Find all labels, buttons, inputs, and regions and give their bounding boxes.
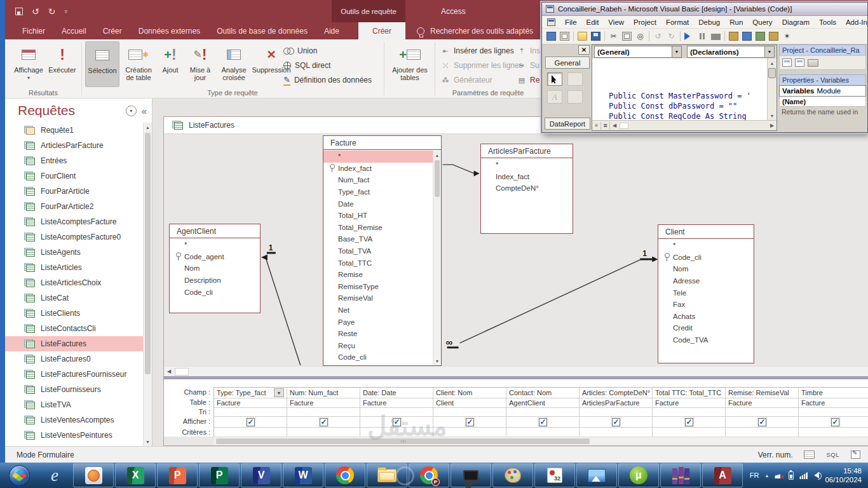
- table-cell[interactable]: Facture: [287, 398, 360, 408]
- Code_cli[interactable]: Code_cli: [658, 252, 754, 264]
- tri-cell[interactable]: [580, 408, 652, 417]
- table-title[interactable]: AgentClient: [170, 224, 260, 238]
- winrar-icon[interactable]: [660, 463, 701, 487]
- tri-cell[interactable]: [799, 408, 868, 417]
- vb-toolbox-icon[interactable]: [769, 32, 778, 41]
- table-cell[interactable]: Client: [433, 398, 506, 408]
- affichage-button[interactable]: Affichage▾: [11, 41, 46, 87]
- Reçu[interactable]: Reçu: [323, 340, 433, 352]
- mise-a-jour-button[interactable]: ✎! Mise à jour: [184, 41, 216, 87]
- champ-cell[interactable]: Type: Type_fact▼: [214, 388, 287, 398]
- table-title[interactable]: ArticlesParFacture: [481, 144, 573, 158]
- Reste[interactable]: Reste: [323, 328, 433, 340]
- undo-icon[interactable]: ↺: [32, 7, 39, 16]
- pointer-tool[interactable]: [547, 72, 562, 86]
- Description[interactable]: Description: [170, 274, 260, 287]
- Adresse[interactable]: Adresse: [658, 275, 754, 287]
- nav-scroll-thumb[interactable]: [145, 133, 151, 374]
- grid-hscroll-thumb[interactable]: [216, 438, 590, 444]
- show-checkbox[interactable]: [758, 418, 766, 426]
- vb-menu-item[interactable]: File: [565, 18, 577, 26]
- powerpoint-icon[interactable]: P: [157, 463, 198, 487]
- inserer-lignes-button[interactable]: ⇤ Insérer des lignes: [441, 44, 514, 57]
- vb-pause-icon[interactable]: [698, 32, 707, 41]
- criteres-cell[interactable]: [580, 428, 652, 437]
- photos-icon[interactable]: [576, 463, 617, 487]
- vb-save-icon[interactable]: [591, 32, 600, 41]
- full-module-view-icon[interactable]: ≣: [601, 122, 610, 130]
- signal-icon[interactable]: [799, 471, 808, 479]
- vb-menu-item[interactable]: Edit: [587, 18, 599, 26]
- tri-cell[interactable]: [360, 408, 433, 417]
- definition-donnees-button[interactable]: ✎ Définition des données: [283, 74, 372, 86]
- table-cell[interactable]: ArticlesParFacture: [580, 398, 652, 408]
- criteres-cell[interactable]: [214, 428, 287, 437]
- calendar-icon[interactable]: 32: [534, 463, 575, 487]
- vb-run-icon[interactable]: [684, 32, 694, 40]
- criteres-cell[interactable]: [360, 428, 433, 437]
- ribbon-tab[interactable]: Créer: [95, 22, 130, 39]
- criteres-cell[interactable]: [433, 428, 506, 437]
- chevron-down-icon[interactable]: ▼: [764, 46, 774, 57]
- Total_HT[interactable]: Total_HT: [323, 210, 433, 222]
- vb-add-project-icon[interactable]: [560, 32, 569, 41]
- access-icon[interactable]: A: [702, 463, 743, 487]
- inserer-colonnes-button[interactable]: ⇡ Ins: [517, 44, 540, 57]
- Tele[interactable]: Tele: [658, 287, 754, 299]
- properties-header[interactable]: Properties - Variables: [779, 74, 866, 85]
- query-list-item[interactable]: ListeContactsCli: [5, 321, 143, 336]
- code-vscrollbar[interactable]: ▲ ▼: [767, 58, 776, 120]
- scroll-thumb[interactable]: [768, 68, 776, 78]
- *[interactable]: *: [481, 159, 573, 171]
- scroll-left-icon[interactable]: ◀: [164, 367, 174, 377]
- criteres-cell[interactable]: [287, 428, 360, 437]
- scroll-up-icon[interactable]: ▲: [433, 151, 441, 159]
- Total_TTC[interactable]: Total_TTC: [323, 257, 433, 269]
- query-list-item[interactable]: ListeVentesAcomptes: [5, 412, 143, 428]
- Nom[interactable]: Nom: [658, 263, 754, 275]
- *[interactable]: *: [170, 239, 260, 251]
- Code_cli[interactable]: Code_cli: [323, 351, 433, 363]
- sql-direct-button[interactable]: SQL direct: [283, 59, 330, 72]
- afficher-cell[interactable]: [287, 417, 360, 428]
- show-checkbox[interactable]: [320, 418, 328, 426]
- picturebox-tool[interactable]: [567, 72, 583, 86]
- query-list-item[interactable]: Entrées: [5, 153, 143, 168]
- query-list-item[interactable]: ListeCat: [5, 290, 143, 306]
- vb-project-explorer-icon[interactable]: [729, 32, 738, 41]
- analyse-croisee-button[interactable]: Analyse croisée: [216, 41, 252, 87]
- Index_fact[interactable]: Index_fact: [323, 163, 433, 175]
- champ-cell[interactable]: Contact: Nom▼: [506, 388, 579, 398]
- code-line[interactable]: Public Const MasterPassword = ': [609, 91, 751, 101]
- procedure-view-icon[interactable]: ≡: [592, 122, 601, 130]
- Achats[interactable]: Achats: [658, 311, 754, 323]
- table-cell[interactable]: Facture: [360, 398, 433, 408]
- table-cell[interactable]: Facture: [653, 398, 725, 408]
- table-cell[interactable]: Facture: [214, 398, 287, 408]
- query-list-item[interactable]: FourParArticle: [5, 184, 143, 199]
- tri-cell[interactable]: [726, 408, 798, 417]
- language-indicator[interactable]: FR: [750, 471, 759, 479]
- generateur-button[interactable]: ⁂ Générateur: [441, 74, 492, 86]
- vb-object-browser-icon[interactable]: [756, 32, 765, 41]
- scroll-right-icon[interactable]: ▶: [768, 121, 776, 130]
- vb-menu-item[interactable]: Project: [634, 18, 656, 26]
- afficher-cell[interactable]: [506, 417, 579, 428]
- vb-menu-item[interactable]: Tools: [819, 18, 836, 26]
- Code_agent[interactable]: Code_agent: [170, 251, 260, 263]
- vb-view-object-icon[interactable]: [546, 32, 556, 41]
- utorrent-icon[interactable]: µ: [618, 463, 659, 487]
- tri-cell[interactable]: [287, 408, 360, 417]
- tell-me-search[interactable]: Rechercher des outils adaptés: [417, 22, 533, 39]
- object-dropdown[interactable]: (General)▼: [594, 46, 682, 58]
- supprimer-colonnes-button[interactable]: ✂ Su: [517, 59, 539, 72]
- query-list-item[interactable]: ListeArticles: [5, 260, 143, 275]
- excel-icon[interactable]: X: [115, 463, 156, 487]
- word-icon[interactable]: W: [283, 463, 323, 487]
- scroll-up-icon[interactable]: ▲: [144, 123, 152, 132]
- Payee[interactable]: Payee: [323, 363, 433, 365]
- vb-stop-icon[interactable]: [711, 34, 721, 40]
- vb-open-icon[interactable]: [578, 32, 587, 41]
- tab-creer-active[interactable]: Créer: [358, 22, 405, 39]
- hscroll-thumb[interactable]: [620, 123, 628, 129]
